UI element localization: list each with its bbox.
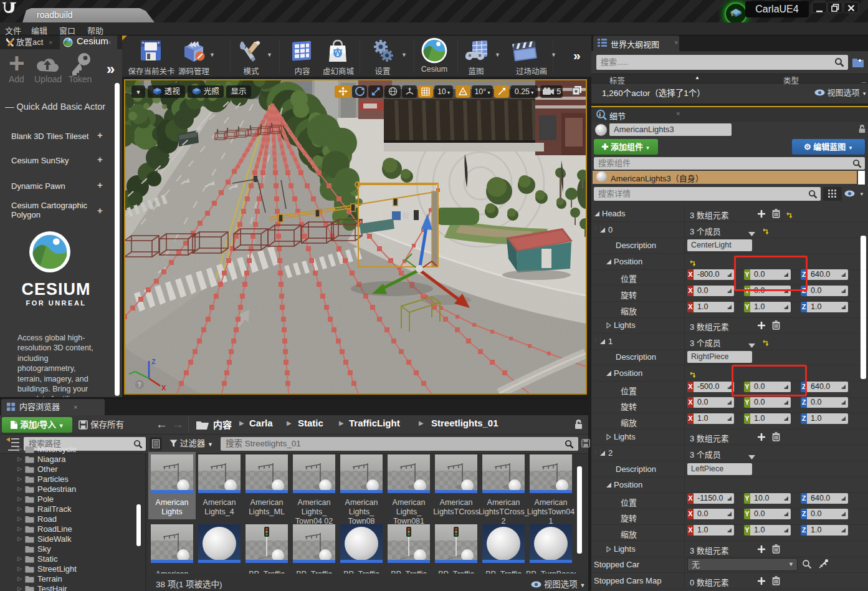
svg-text:i: i xyxy=(599,112,601,118)
